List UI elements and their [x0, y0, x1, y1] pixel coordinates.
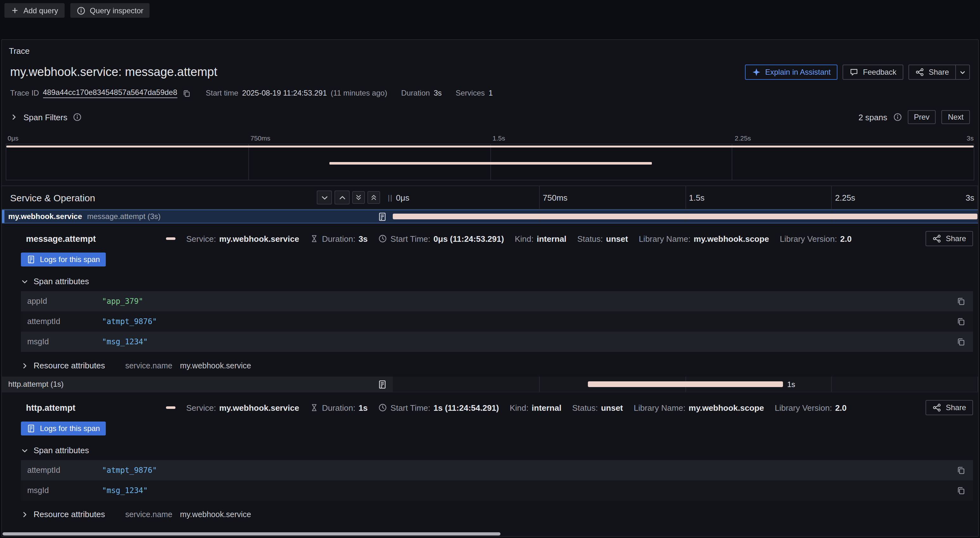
copy-trace-id-button[interactable]: [181, 88, 192, 98]
share-button[interactable]: Share: [908, 65, 956, 80]
span-attributes-table: attemptId "atmpt_9876" msgId "msg_1234": [21, 460, 973, 501]
copy-attribute-button[interactable]: [955, 316, 967, 327]
field-value: unset: [601, 403, 623, 413]
logs-icon: [27, 255, 35, 264]
resource-key: service.name: [125, 361, 172, 370]
minimap-tick: 2.25s: [735, 134, 751, 142]
column-resize-handle[interactable]: ||: [388, 194, 393, 201]
field-label: Duration:: [322, 234, 355, 243]
chevron-right-icon: [21, 511, 29, 518]
resource-value: my.webhook.service: [180, 510, 251, 519]
minimap-tick: 750ms: [251, 134, 270, 142]
query-inspector-button[interactable]: Query inspector: [70, 3, 150, 18]
copy-attribute-button[interactable]: [955, 336, 967, 348]
field-service: Service: my.webhook.service: [186, 234, 299, 243]
start-time-group: Start time 2025-08-19 11:24:53.291 (11 m…: [206, 89, 387, 97]
span-row-message-attempt[interactable]: my.webhook.service message.attempt (3s): [2, 209, 978, 224]
timeline-gridline: [832, 186, 832, 209]
span-share-button[interactable]: Share: [926, 231, 973, 246]
trace-app: Add query Query inspector Trace my.webho…: [0, 0, 980, 538]
collapse-all-button[interactable]: [353, 191, 365, 204]
attribute-key: attemptId: [27, 466, 102, 475]
hourglass-icon: [310, 234, 319, 243]
field-value: my.webhook.scope: [689, 403, 764, 413]
feedback-button[interactable]: Feedback: [843, 65, 904, 80]
span-count-area: 2 spans Prev Next: [858, 110, 970, 124]
horizontal-scrollbar[interactable]: [3, 532, 500, 535]
prev-span-button[interactable]: Prev: [907, 110, 935, 124]
query-inspector-label: Query inspector: [90, 6, 143, 15]
trace-id-label: Trace ID: [10, 89, 39, 97]
field-value: 1s: [358, 403, 368, 413]
duration-label: Duration: [401, 89, 430, 97]
timeline-header-ticks: 0μs 750ms 1.5s 2.25s 3s: [393, 186, 978, 209]
expand-one-button[interactable]: [335, 190, 350, 205]
panel-title[interactable]: Trace: [2, 40, 978, 56]
row-logs-button[interactable]: [377, 379, 387, 389]
explain-in-assistant-button[interactable]: Explain in Assistant: [745, 65, 838, 80]
field-label: Service:: [186, 403, 216, 413]
field-library-version: Library Version: 2.0: [775, 403, 846, 413]
field-start-time: Start Time: 1s (11:24:54.291): [379, 403, 499, 413]
trace-panel: Trace my.webhook.service: message.attemp…: [1, 39, 979, 537]
attribute-key: appId: [27, 297, 102, 306]
row-logs-button[interactable]: [377, 212, 387, 221]
attribute-key: msgId: [27, 486, 102, 495]
span-row-left: http.attempt (1s): [2, 376, 393, 392]
resource-attributes-toggle[interactable]: Resource attributes service.name my.webh…: [21, 361, 973, 370]
span-attributes-toggle[interactable]: Span attributes: [21, 446, 973, 455]
span-attributes-toggle[interactable]: Span attributes: [21, 276, 973, 286]
span-detail-http-attempt: http.attempt Service: my.webhook.service…: [2, 392, 978, 525]
span-share-button[interactable]: Share: [926, 400, 973, 415]
start-time-relative: (11 minutes ago): [331, 89, 387, 97]
add-query-button[interactable]: Add query: [5, 3, 64, 18]
field-label: Status:: [572, 403, 598, 413]
copy-attribute-button[interactable]: [955, 485, 967, 496]
field-label: Kind:: [510, 403, 528, 413]
add-query-label: Add query: [24, 6, 58, 15]
logs-button-label: Logs for this span: [40, 255, 100, 264]
share-dropdown-button[interactable]: [956, 65, 970, 80]
sparkle-icon: [752, 68, 761, 76]
logs-for-span-button[interactable]: Logs for this span: [21, 422, 105, 435]
logs-for-span-button[interactable]: Logs for this span: [21, 252, 105, 267]
field-value: 1s (11:24:54.291): [434, 403, 499, 413]
field-value: 3s: [358, 234, 368, 243]
attribute-row: appId "app_379": [21, 291, 973, 311]
caret-down-icon: [958, 68, 967, 76]
span-bar-message-attempt[interactable]: [393, 214, 977, 219]
double-chevron-down-icon: [355, 194, 363, 201]
span-attributes-label: Span attributes: [33, 446, 89, 455]
expand-all-button[interactable]: [368, 191, 380, 204]
hourglass-icon: [310, 403, 319, 412]
trace-header: my.webhook.service: message.attempt Expl…: [10, 64, 970, 80]
timeline-tick: 2.25s: [835, 193, 856, 203]
start-time-value: 2025-08-19 11:24:53.291: [242, 89, 327, 97]
span-bar-http-attempt[interactable]: 1s: [588, 381, 783, 387]
info-circle-icon[interactable]: [73, 113, 82, 122]
trace-heading: my.webhook.service: message.attempt: [10, 65, 217, 79]
info-circle-icon[interactable]: [893, 113, 902, 122]
timeline-header: Service & Operation ||: [2, 186, 978, 209]
copy-attribute-button[interactable]: [955, 295, 967, 307]
next-span-button[interactable]: Next: [942, 110, 970, 124]
copy-icon: [956, 297, 966, 306]
copy-attribute-button[interactable]: [955, 465, 967, 476]
field-label: Library Name:: [639, 234, 690, 243]
collapse-one-button[interactable]: [317, 190, 332, 205]
span-operation-name: http.attempt (1s): [8, 380, 64, 389]
attribute-row: msgId "msg_1234": [21, 481, 973, 501]
span-row-http-attempt[interactable]: http.attempt (1s) 1s: [2, 376, 978, 392]
attribute-key: msgId: [27, 337, 102, 346]
span-color-swatch: [166, 237, 175, 240]
services-group: Services 1: [456, 89, 493, 97]
resource-attributes-toggle[interactable]: Resource attributes service.name my.webh…: [21, 509, 973, 519]
span-filters-row: Span Filters 2 spans Prev Next: [10, 110, 970, 125]
trace-minimap[interactable]: [6, 144, 974, 180]
copy-icon: [956, 466, 966, 475]
field-value: 2.0: [835, 403, 846, 413]
span-count: 2 spans: [858, 112, 887, 122]
span-filters-toggle[interactable]: Span Filters: [10, 112, 82, 122]
expand-collapse-controls: ||: [317, 190, 393, 205]
trace-meta: Trace ID 489a44cc170e83454857a5647da59de…: [10, 88, 970, 98]
